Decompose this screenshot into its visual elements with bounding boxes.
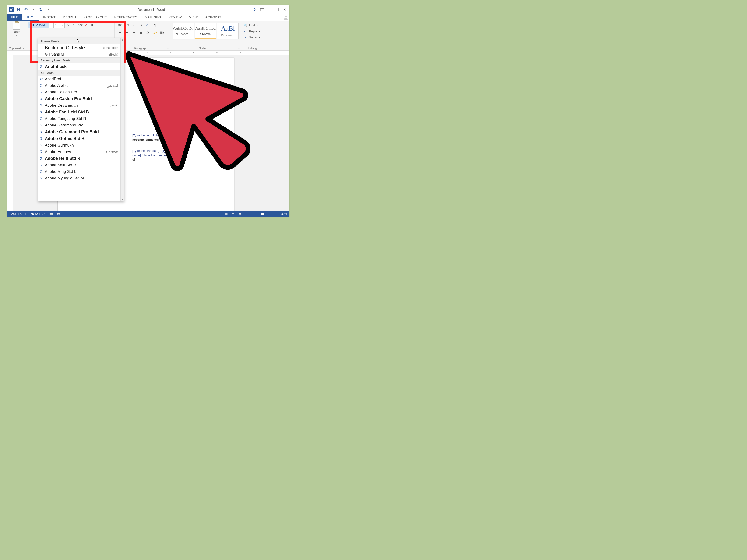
- zoom-percent[interactable]: 80%: [281, 212, 287, 216]
- tab-page-layout[interactable]: PAGE LAYOUT: [80, 14, 110, 21]
- scroll-up-icon[interactable]: ▲: [121, 39, 124, 41]
- font-item[interactable]: OAdobe Garamond Pro Bold: [38, 129, 121, 135]
- qa-redo-icon[interactable]: ↻: [38, 7, 44, 12]
- bullets-button-peek[interactable]: ≣: [89, 22, 95, 28]
- font-item[interactable]: OAdobe Gothic Std B: [38, 135, 121, 142]
- show-marks-button[interactable]: ¶: [152, 22, 158, 28]
- numbering-button[interactable]: ≡▾: [117, 22, 123, 28]
- paragraph-dialog-launcher[interactable]: ↘: [166, 47, 169, 50]
- paste-more-icon[interactable]: ▾: [16, 34, 17, 37]
- zoom-slider[interactable]: − +: [246, 212, 277, 216]
- scroll-down-icon[interactable]: ▼: [121, 198, 124, 201]
- tab-home[interactable]: HOME: [22, 14, 40, 21]
- word-app-icon: W: [9, 7, 14, 12]
- style-header[interactable]: AaBbCcDc ¶ Header...: [173, 23, 194, 39]
- font-item[interactable]: OAdobe Caslon Pro Bold: [38, 96, 121, 102]
- font-name-combobox[interactable]: ▾: [28, 22, 53, 28]
- align-left-button[interactable]: ≡: [117, 30, 123, 35]
- view-web-layout-icon[interactable]: ▦: [238, 212, 241, 216]
- opentype-icon: O: [40, 84, 42, 87]
- opentype-icon: O: [40, 110, 42, 114]
- sort-button[interactable]: A↓: [145, 22, 151, 28]
- collapse-ribbon-icon[interactable]: ⌃: [285, 46, 288, 50]
- font-size-combobox[interactable]: ▾: [53, 22, 65, 28]
- font-item-bookman[interactable]: Bookman Old Style(Headings): [38, 44, 121, 51]
- font-name-dropdown-icon[interactable]: ▾: [49, 22, 53, 28]
- opentype-icon: O: [40, 157, 42, 161]
- qa-undo-icon[interactable]: ↶: [23, 7, 29, 12]
- styles-dialog-launcher[interactable]: ↘: [237, 47, 240, 50]
- opentype-icon: O: [40, 170, 42, 174]
- tab-insert[interactable]: INSERT: [40, 14, 59, 21]
- font-item[interactable]: OAdobe Kaiti Std R: [38, 162, 121, 168]
- font-item[interactable]: OAdobe Fangsong Std R: [38, 115, 121, 122]
- font-item[interactable]: OAdobe Ming Std L: [38, 168, 121, 175]
- view-read-mode-icon[interactable]: ▥: [225, 212, 228, 216]
- font-list[interactable]: Theme Fonts Bookman Old Style(Headings) …: [38, 38, 121, 201]
- shrink-font-button[interactable]: A▾: [71, 22, 77, 28]
- tab-file[interactable]: FILE: [7, 14, 22, 21]
- minimize-button[interactable]: —: [266, 7, 273, 12]
- font-item[interactable]: OAdobe Gurmukhi: [38, 142, 121, 149]
- grow-font-button[interactable]: A▴: [65, 22, 71, 28]
- status-word-count[interactable]: 65 WORDS: [31, 212, 45, 216]
- zoom-out-icon[interactable]: −: [246, 212, 247, 216]
- font-item[interactable]: OAdobe Garamond Pro: [38, 122, 121, 129]
- status-page[interactable]: PAGE 1 OF 1: [9, 212, 26, 216]
- font-dropdown-scrollbar[interactable]: ▲ ▼: [121, 38, 124, 201]
- find-button[interactable]: 🔍Find ▾: [243, 22, 264, 28]
- tab-mailings[interactable]: MAILINGS: [141, 14, 164, 21]
- tab-view[interactable]: VIEW: [185, 14, 202, 21]
- clipboard-dialog-launcher[interactable]: ↘: [22, 47, 24, 50]
- font-item-arial-black[interactable]: OArial Black: [38, 63, 121, 70]
- opentype-icon: O: [40, 65, 42, 69]
- clear-format-button[interactable]: A̷: [83, 22, 89, 28]
- restore-button[interactable]: ❐: [274, 7, 280, 12]
- view-print-layout-icon[interactable]: ▤: [232, 212, 234, 216]
- font-item[interactable]: OAdobe Fan Heiti Std B: [38, 109, 121, 115]
- replace-button[interactable]: abReplace: [243, 28, 264, 34]
- tab-review[interactable]: REVIEW: [164, 14, 185, 21]
- help-button[interactable]: ?: [251, 7, 258, 12]
- shading-button[interactable]: ◢▾: [152, 30, 158, 35]
- select-button[interactable]: ↖Select ▾: [243, 34, 264, 41]
- status-macro-icon[interactable]: ▦: [57, 212, 60, 216]
- font-name-input[interactable]: [28, 22, 49, 28]
- font-item[interactable]: TrAcadEref: [38, 76, 121, 82]
- tab-design[interactable]: DESIGN: [59, 14, 80, 21]
- close-button[interactable]: ✕: [281, 7, 288, 12]
- tab-acrobat[interactable]: ACROBAT: [202, 14, 225, 21]
- style-normal[interactable]: AaBbCcDc ¶ Normal: [195, 23, 216, 39]
- align-center-button[interactable]: ≡: [124, 30, 130, 35]
- change-case-button[interactable]: Aa▾: [77, 22, 83, 28]
- user-account-icon[interactable]: [282, 14, 289, 21]
- collapse-tabs-icon[interactable]: ▾: [274, 14, 282, 21]
- tab-references[interactable]: REFERENCES: [110, 14, 141, 21]
- font-size-input[interactable]: [54, 22, 61, 28]
- qa-save-icon[interactable]: [16, 7, 21, 12]
- font-item[interactable]: OAdobe Caslon Pro: [38, 89, 121, 96]
- font-item-gill-sans[interactable]: Gill Sans MT(Body): [38, 51, 121, 57]
- qa-customize-icon[interactable]: ▾: [46, 7, 51, 12]
- font-item[interactable]: OAdobe Myungjo Std M: [38, 175, 121, 182]
- font-item[interactable]: OAdobe Arabicأبجد هوز: [38, 82, 121, 89]
- qa-undo-more-icon[interactable]: ▾: [31, 7, 36, 12]
- increase-indent-button[interactable]: ⇥: [138, 22, 144, 28]
- ribbon-options-button[interactable]: [259, 7, 265, 12]
- font-item[interactable]: OAdobe Hebrewאבגד הוז: [38, 149, 121, 155]
- align-right-button[interactable]: ≡: [131, 30, 137, 35]
- paste-button[interactable]: Paste ▾: [12, 22, 20, 37]
- zoom-in-icon[interactable]: +: [276, 212, 277, 216]
- font-size-dropdown-icon[interactable]: ▾: [61, 22, 65, 28]
- opentype-icon: O: [40, 97, 42, 101]
- multilevel-button[interactable]: ⊟▾: [124, 22, 130, 28]
- justify-button[interactable]: ≣: [138, 30, 144, 35]
- borders-button[interactable]: ▦▾: [159, 30, 165, 35]
- font-item[interactable]: OAdobe Heiti Std R: [38, 155, 121, 162]
- style-personal[interactable]: AaBl Personal...: [217, 23, 238, 39]
- style-personal-preview: AaBl: [221, 25, 235, 32]
- decrease-indent-button[interactable]: ⇤: [131, 22, 137, 28]
- status-proofing-icon[interactable]: 📖: [50, 212, 53, 216]
- font-item[interactable]: OAdobe Devanagariदेवनागरी: [38, 102, 121, 109]
- line-spacing-button[interactable]: ‡▾: [145, 30, 151, 35]
